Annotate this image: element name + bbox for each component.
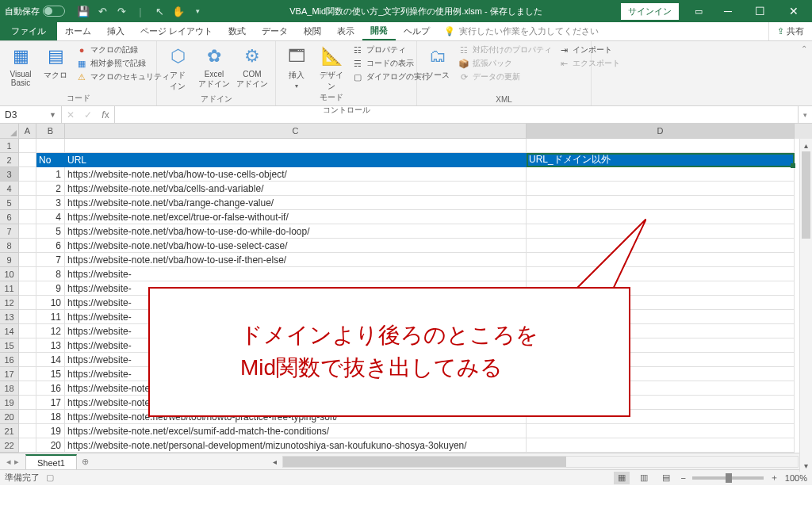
cell-url[interactable]: https://website-	[65, 267, 527, 281]
tab-file[interactable]: ファイル	[0, 22, 57, 40]
cell-no[interactable]: 11	[36, 310, 65, 324]
design-mode-button[interactable]: 📐デザイン モード	[314, 43, 349, 105]
close-button[interactable]: ✕	[776, 0, 812, 22]
save-icon[interactable]: 💾	[78, 6, 89, 17]
cell[interactable]	[19, 182, 36, 196]
com-addin-button[interactable]: ⚙COM アドイン	[233, 43, 271, 91]
row-header[interactable]: 9	[0, 253, 19, 267]
row-header[interactable]: 20	[0, 410, 19, 424]
enter-formula-icon[interactable]: ✓	[79, 109, 97, 120]
row-header[interactable]: 19	[0, 396, 19, 410]
cell[interactable]	[19, 281, 36, 296]
tell-me-search[interactable]: 💡 実行したい作業を入力してください	[438, 22, 605, 40]
excel-addin-button[interactable]: ✿Excel アドイン	[195, 43, 233, 91]
cell[interactable]	[19, 338, 36, 353]
cell-no[interactable]: 20	[36, 438, 65, 453]
cell-domain[interactable]	[527, 182, 795, 196]
view-pagebreak-icon[interactable]: ▤	[658, 472, 674, 484]
scroll-up-icon[interactable]: ▴	[800, 139, 812, 151]
tab-formulas[interactable]: 数式	[220, 22, 254, 40]
row-header[interactable]: 13	[0, 310, 19, 324]
relative-ref-button[interactable]: ▦相対参照で記録	[76, 58, 170, 69]
cell[interactable]	[19, 310, 36, 324]
undo-icon[interactable]: ↶	[97, 6, 108, 17]
horizontal-scrollbar[interactable]: ◂ ▸	[269, 453, 812, 469]
row-header[interactable]: 10	[0, 267, 19, 281]
cell-domain[interactable]	[527, 224, 795, 239]
sheet-tab-sheet1[interactable]: Sheet1	[25, 454, 77, 469]
insert-control-button[interactable]: 🗔挿入▾	[279, 43, 314, 91]
xml-import-button[interactable]: ⇥インポート	[558, 44, 620, 55]
row-header[interactable]: 12	[0, 296, 19, 310]
xml-expansion-button[interactable]: 📦拡張パック	[458, 58, 552, 69]
record-macro-button[interactable]: ●マクロの記録	[76, 44, 170, 55]
cell-no[interactable]: 14	[36, 353, 65, 367]
cell-no[interactable]: 9	[36, 281, 65, 296]
cell-no[interactable]: 10	[36, 296, 65, 310]
row-header[interactable]: 22	[0, 438, 19, 453]
row-header[interactable]: 11	[0, 281, 19, 296]
cell-domain[interactable]	[527, 239, 795, 253]
cell[interactable]	[19, 438, 36, 453]
scroll-thumb[interactable]	[802, 151, 810, 239]
cell[interactable]	[19, 239, 36, 253]
cell-domain[interactable]	[527, 424, 795, 438]
cell[interactable]	[19, 267, 36, 281]
cell-domain[interactable]	[527, 210, 795, 224]
xml-export-button[interactable]: ⇤エクスポート	[558, 58, 620, 69]
cell-no[interactable]: 8	[36, 267, 65, 281]
zoom-in-icon[interactable]: ＋	[770, 472, 779, 484]
cell[interactable]	[19, 381, 36, 396]
cell[interactable]	[19, 353, 36, 367]
tab-data[interactable]: データ	[254, 22, 296, 40]
row-header[interactable]: 7	[0, 224, 19, 239]
redo-icon[interactable]: ↷	[116, 6, 127, 17]
cell-no[interactable]: 3	[36, 196, 65, 210]
scroll-down-icon[interactable]: ▾	[800, 459, 812, 472]
cell[interactable]	[19, 367, 36, 381]
cell-no[interactable]: 4	[36, 210, 65, 224]
row-header[interactable]: 4	[0, 182, 19, 196]
cell[interactable]	[19, 210, 36, 224]
row-header[interactable]: 14	[0, 324, 19, 338]
row-header[interactable]: 5	[0, 196, 19, 210]
hand-icon[interactable]: ✋	[173, 6, 184, 17]
visual-basic-button[interactable]: ▦ Visual Basic	[3, 43, 38, 89]
vertical-scrollbar[interactable]: ▴ ▾	[799, 139, 812, 472]
cell-url[interactable]: https://website-note.net/vba/how-to-use-…	[65, 224, 527, 239]
cell-url[interactable]: https://website-note.net/vba/range-chang…	[65, 196, 527, 210]
collapse-ribbon-icon[interactable]: ⌃	[796, 41, 812, 105]
hscroll-thumb[interactable]	[283, 457, 566, 467]
tab-review[interactable]: 校閲	[296, 22, 329, 40]
cell-domain[interactable]	[527, 167, 795, 182]
cell-no[interactable]: 6	[36, 239, 65, 253]
col-header-B[interactable]: B	[36, 124, 65, 139]
add-sheet-button[interactable]: ⊕	[77, 453, 94, 469]
share-button[interactable]: ⇪ 共有	[768, 22, 812, 40]
macro-security-button[interactable]: ⚠マクロのセキュリティ	[76, 71, 170, 82]
cell-domain[interactable]	[527, 253, 795, 267]
cell[interactable]	[19, 296, 36, 310]
expand-formula-icon[interactable]: ▾	[798, 106, 812, 123]
cell[interactable]	[19, 324, 36, 338]
ribbon-display-icon[interactable]: ▭	[685, 0, 712, 22]
col-header-A[interactable]: A	[19, 124, 36, 139]
cell[interactable]	[19, 167, 36, 182]
cell-no[interactable]: 16	[36, 381, 65, 396]
signin-button[interactable]: サインイン	[621, 3, 679, 20]
row-header[interactable]: 8	[0, 239, 19, 253]
cell-url[interactable]: https://website-note.net/excel/sumif-add…	[65, 424, 527, 438]
cell-domain[interactable]	[527, 196, 795, 210]
cell[interactable]	[19, 224, 36, 239]
sheet-nav-next-icon[interactable]: ▸	[14, 457, 19, 467]
select-all-button[interactable]	[0, 124, 19, 139]
cell-url[interactable]: https://website-note.net/vba/how-to-use-…	[65, 167, 527, 182]
cell-no[interactable]: 2	[36, 182, 65, 196]
cell-url[interactable]: https://website-note.net/vba/how-to-use-…	[65, 239, 527, 253]
cell-url[interactable]: https://website-note.net/personal-develo…	[65, 438, 527, 453]
cell-domain[interactable]	[527, 438, 795, 453]
cell[interactable]	[19, 253, 36, 267]
xml-refresh-button[interactable]: ⟳データの更新	[458, 71, 552, 82]
cell-url[interactable]: https://website-note.net/vba/how-to-use-…	[65, 253, 527, 267]
tab-help[interactable]: ヘルプ	[396, 22, 438, 40]
